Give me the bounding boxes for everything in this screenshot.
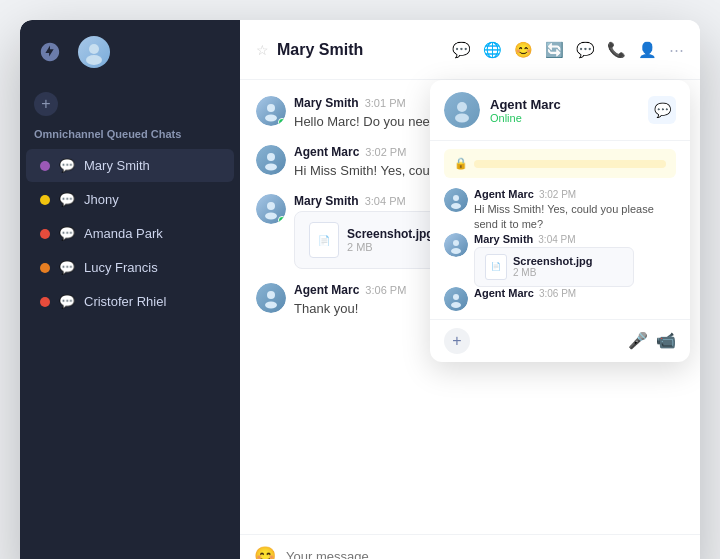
msg-avatar-3 [256, 283, 286, 313]
msg-avatar-0 [256, 96, 286, 126]
sidebar-chat-item-1[interactable]: 💬 Jhony [26, 183, 234, 216]
float-msg-content-0: Agent Marc 3:02 PM Hi Miss Smith! Yes, c… [474, 188, 676, 233]
chat-header: ☆ Mary Smith 💬 🌐 😊 🔄 💬 📞 👤 ⋯ [240, 20, 700, 80]
float-video-icon[interactable]: 📹 [656, 331, 676, 350]
float-msg-meta-0: Agent Marc 3:02 PM [474, 188, 676, 200]
msg-sender-3: Agent Marc [294, 283, 359, 297]
msg-sender-1: Agent Marc [294, 145, 359, 159]
chat-bubble-icon: 💬 [59, 192, 75, 207]
svg-point-8 [267, 291, 275, 299]
float-file-1[interactable]: 📄 Screenshot.jpg 2 MB [474, 247, 634, 287]
svg-point-1 [86, 55, 102, 65]
emoji-button[interactable]: 😊 [254, 545, 276, 559]
float-msg-time-2: 3:06 PM [539, 288, 576, 299]
svg-point-3 [265, 115, 277, 122]
float-msg-meta-2: Agent Marc 3:06 PM [474, 287, 676, 299]
float-msg-avatar-0 [444, 188, 468, 212]
file-name-2: Screenshot.jpg [347, 227, 434, 241]
float-body: 🔒 Agent Marc 3:02 PM Hi Miss Smith! Yes,… [430, 141, 690, 319]
svg-point-13 [451, 203, 461, 209]
user-avatar[interactable] [78, 36, 110, 68]
chat-status-dot [40, 195, 50, 205]
float-msg-row-1: Mary Smith 3:04 PM 📄 Screenshot.jpg 2 MB [444, 233, 676, 287]
svg-point-15 [451, 248, 461, 254]
user-icon[interactable]: 👤 [638, 41, 657, 59]
svg-point-2 [267, 104, 275, 112]
float-chat-icon[interactable]: 💬 [648, 96, 676, 124]
chat-icon[interactable]: 💬 [452, 41, 471, 59]
chat-item-name: Lucy Francis [84, 260, 220, 275]
globe-icon[interactable]: 🌐 [483, 41, 502, 59]
msg-sender-0: Mary Smith [294, 96, 359, 110]
float-msg-content-2: Agent Marc 3:06 PM [474, 287, 676, 301]
chat-bubble-icon: 💬 [59, 226, 75, 241]
float-agent-name: Agent Marc [490, 97, 638, 112]
add-chat-button[interactable]: + [34, 92, 58, 116]
sidebar-chat-item-2[interactable]: 💬 Amanda Park [26, 217, 234, 250]
chat-bubble-icon: 💬 [59, 260, 75, 275]
float-msg-avatar-2 [444, 287, 468, 311]
chat-status-dot [40, 263, 50, 273]
svg-point-0 [89, 44, 99, 54]
chat-bubble-icon: 💬 [59, 158, 75, 173]
more-options-icon[interactable]: ⋯ [669, 41, 684, 59]
float-msg-time-0: 3:02 PM [539, 189, 576, 200]
svg-point-4 [267, 153, 275, 161]
file-info-2: Screenshot.jpg 2 MB [347, 227, 434, 253]
float-agent-status: Online [490, 112, 638, 124]
msg-time-1: 3:02 PM [365, 146, 406, 158]
chat-bubble-icon: 💬 [59, 294, 75, 309]
float-agent-avatar [444, 92, 480, 128]
svg-point-17 [451, 302, 461, 308]
svg-point-11 [455, 114, 469, 123]
float-file-icon-1: 📄 [485, 254, 507, 280]
lock-icon: 🔒 [454, 157, 468, 170]
float-header: Agent Marc Online 💬 [430, 80, 690, 141]
msg-sender-2: Mary Smith [294, 194, 359, 208]
sidebar-top [20, 20, 240, 84]
msg-avatar-1 [256, 145, 286, 175]
float-msg-row-2: Agent Marc 3:06 PM [444, 287, 676, 311]
message-input-area: 😊 [240, 534, 700, 559]
sidebar-chat-item-3[interactable]: 💬 Lucy Francis [26, 251, 234, 284]
sidebar-chat-item-4[interactable]: 💬 Cristofer Rhiel [26, 285, 234, 318]
message-icon[interactable]: 💬 [576, 41, 595, 59]
msg-avatar-2 [256, 194, 286, 224]
float-msg-sender-0: Agent Marc [474, 188, 534, 200]
chat-status-dot [40, 229, 50, 239]
file-icon-2: 📄 [309, 222, 339, 258]
msg-time-3: 3:06 PM [365, 284, 406, 296]
svg-point-14 [453, 240, 459, 246]
float-agent-info: Agent Marc Online [490, 97, 638, 124]
star-icon[interactable]: ☆ [256, 42, 269, 58]
floating-card: Agent Marc Online 💬 🔒 Agent Marc 3:02 PM… [430, 80, 690, 362]
svg-point-7 [265, 213, 277, 220]
svg-point-16 [453, 294, 459, 300]
message-input[interactable] [286, 549, 686, 560]
float-add-button[interactable]: + [444, 328, 470, 354]
float-mic-icon[interactable]: 🎤 [628, 331, 648, 350]
chat-item-name: Amanda Park [84, 226, 220, 241]
sidebar-chat-item-0[interactable]: 💬 Mary Smith [26, 149, 234, 182]
chat-list: 💬 Mary Smith 💬 Jhony 💬 Amanda Park 💬 Luc… [20, 148, 240, 559]
msg-time-0: 3:01 PM [365, 97, 406, 109]
emoji-icon[interactable]: 😊 [514, 41, 533, 59]
phone-icon[interactable]: 📞 [607, 41, 626, 59]
float-msg-content-1: Mary Smith 3:04 PM 📄 Screenshot.jpg 2 MB [474, 233, 676, 287]
sidebar: + Omnichannel Queued Chats 💬 Mary Smith … [20, 20, 240, 559]
float-msg-meta-1: Mary Smith 3:04 PM [474, 233, 676, 245]
queue-section-title: Omnichannel Queued Chats [20, 124, 240, 148]
svg-point-12 [453, 195, 459, 201]
refresh-icon[interactable]: 🔄 [545, 41, 564, 59]
chat-status-dot [40, 297, 50, 307]
svg-point-6 [267, 202, 275, 210]
file-size-2: 2 MB [347, 241, 434, 253]
float-msg-avatar-1 [444, 233, 468, 257]
float-msg-sender-1: Mary Smith [474, 233, 533, 245]
float-msg-text-0: Hi Miss Smith! Yes, could you please sen… [474, 202, 676, 233]
msg-time-2: 3:04 PM [365, 195, 406, 207]
chat-item-name: Jhony [84, 192, 220, 207]
float-locked-notice: 🔒 [444, 149, 676, 178]
chat-item-name: Cristofer Rhiel [84, 294, 220, 309]
float-msg-time-1: 3:04 PM [538, 234, 575, 245]
